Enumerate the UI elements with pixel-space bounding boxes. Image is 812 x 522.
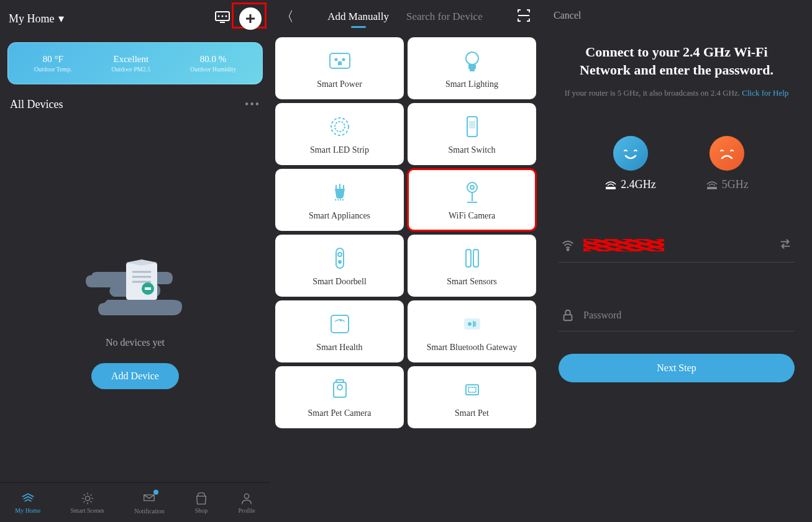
nav-scenes[interactable]: Smart Scenes bbox=[71, 492, 104, 514]
svg-point-52 bbox=[337, 385, 342, 390]
gateway-icon bbox=[458, 310, 486, 338]
device-label: Smart Health bbox=[316, 343, 362, 353]
device-label: Smart Lighting bbox=[445, 79, 498, 89]
device-smart-led-strip[interactable]: Smart LED Strip bbox=[275, 103, 404, 165]
wifi-help-link[interactable]: Click for Help bbox=[742, 88, 788, 97]
nav-notification[interactable]: Notification bbox=[134, 491, 164, 515]
add-button[interactable] bbox=[239, 7, 262, 30]
device-smart-power[interactable]: Smart Power bbox=[275, 37, 404, 99]
ssid-value-redacted[interactable] bbox=[583, 238, 770, 253]
wifi-subtitle-text: If your router is 5 GHz, it also broadca… bbox=[565, 88, 742, 97]
add-device-header: 〈 Add Manually Search for Device bbox=[270, 0, 541, 34]
svg-point-31 bbox=[335, 122, 345, 132]
device-wifi-camera[interactable]: WiFi Camera bbox=[408, 169, 536, 231]
nav-home-label: My Home bbox=[15, 507, 40, 514]
cast-icon[interactable] bbox=[214, 11, 230, 26]
nav-scenes-label: Smart Scenes bbox=[71, 507, 104, 514]
home-screen: My Home ▾ 80 °F Outdoor Temp. Excellent … bbox=[0, 0, 270, 522]
humidity-value: 80.0 % bbox=[190, 54, 236, 65]
nav-shop[interactable]: Shop bbox=[194, 492, 208, 514]
notification-badge-icon bbox=[142, 491, 156, 506]
svg-point-30 bbox=[331, 118, 349, 135]
home-header: My Home ▾ bbox=[0, 0, 270, 37]
device-smart-pet[interactable]: Smart Pet bbox=[408, 366, 536, 428]
svg-point-25 bbox=[335, 59, 337, 61]
ssid-input-row bbox=[559, 228, 795, 263]
device-label: Smart Power bbox=[317, 79, 362, 89]
device-smart-lighting[interactable]: Smart Lighting bbox=[408, 37, 536, 99]
empty-text: No devices yet bbox=[106, 337, 165, 348]
humidity-label: Outdoor Humidity bbox=[190, 66, 236, 73]
camera-icon bbox=[458, 179, 486, 206]
svg-rect-57 bbox=[707, 187, 717, 189]
switch-icon bbox=[458, 113, 486, 140]
home-selector[interactable]: My Home ▾ bbox=[9, 12, 64, 25]
lock-icon bbox=[561, 308, 575, 322]
empty-state: No devices yet Add Device bbox=[0, 244, 270, 389]
password-input[interactable] bbox=[583, 310, 792, 321]
device-smart-switch[interactable]: Smart Switch bbox=[408, 103, 536, 165]
svg-line-21 bbox=[90, 494, 91, 495]
chevron-down-icon: ▾ bbox=[58, 12, 64, 25]
password-input-row bbox=[559, 300, 795, 331]
device-smart-bluetooth-gateway[interactable]: Smart Bluetooth Gateway bbox=[408, 300, 536, 362]
weather-temp: 80 °F Outdoor Temp. bbox=[34, 54, 72, 73]
temp-value: 80 °F bbox=[34, 54, 72, 65]
next-step-button[interactable]: Next Step bbox=[559, 354, 795, 382]
more-icon[interactable]: ••• bbox=[245, 98, 260, 111]
freq-5ghz[interactable]: 5GHz bbox=[706, 136, 749, 191]
freq-24ghz[interactable]: 2.4GHz bbox=[604, 136, 656, 191]
swap-network-icon[interactable] bbox=[778, 237, 792, 253]
svg-rect-29 bbox=[470, 68, 474, 71]
freq-24-label: 2.4GHz bbox=[604, 178, 656, 191]
nav-profile[interactable]: Profile bbox=[239, 492, 255, 514]
scan-icon[interactable] bbox=[516, 8, 531, 25]
empty-illustration-icon bbox=[80, 244, 191, 325]
home-label: My Home bbox=[9, 12, 55, 25]
svg-point-26 bbox=[342, 59, 344, 61]
device-smart-sensors[interactable]: Smart Sensors bbox=[408, 235, 536, 297]
svg-rect-49 bbox=[465, 319, 480, 329]
device-smart-pet-camera[interactable]: Smart Pet Camera bbox=[275, 366, 404, 428]
add-device-button[interactable]: Add Device bbox=[91, 363, 179, 389]
wifi-header: Cancel bbox=[541, 0, 812, 31]
frequency-selector: 2.4GHz 5GHz bbox=[559, 136, 795, 191]
nav-notification-label: Notification bbox=[134, 508, 164, 515]
device-smart-appliances[interactable]: Smart Appliances bbox=[275, 169, 404, 231]
svg-rect-1 bbox=[220, 22, 225, 23]
wifi-icon bbox=[561, 238, 575, 252]
svg-line-20 bbox=[83, 501, 84, 502]
nav-shop-label: Shop bbox=[195, 507, 208, 514]
sad-face-icon bbox=[709, 136, 744, 171]
device-label: Smart Bluetooth Gateway bbox=[427, 343, 517, 353]
add-device-tabs: Add Manually Search for Device bbox=[327, 11, 482, 23]
svg-point-44 bbox=[339, 261, 341, 263]
svg-rect-47 bbox=[331, 315, 349, 333]
svg-point-39 bbox=[470, 186, 474, 189]
svg-point-13 bbox=[85, 496, 89, 500]
doorbell-icon bbox=[326, 245, 354, 272]
device-smart-health[interactable]: Smart Health bbox=[275, 300, 404, 362]
weather-card[interactable]: 80 °F Outdoor Temp. Excellent Outdoor PM… bbox=[7, 42, 263, 84]
add-device-screen: 〈 Add Manually Search for Device Smart P… bbox=[270, 0, 541, 522]
device-label: Smart Sensors bbox=[447, 277, 497, 287]
led-strip-icon bbox=[326, 113, 354, 140]
back-icon[interactable]: 〈 bbox=[280, 7, 294, 26]
svg-point-2 bbox=[218, 16, 220, 17]
quality-value: Excellent bbox=[111, 54, 150, 65]
svg-rect-12 bbox=[145, 287, 151, 290]
svg-rect-55 bbox=[468, 387, 476, 392]
tab-search-device[interactable]: Search for Device bbox=[406, 11, 483, 23]
device-label: Smart LED Strip bbox=[310, 145, 369, 155]
nav-profile-label: Profile bbox=[239, 507, 255, 514]
device-type-grid: Smart Power Smart Lighting Smart LED Str… bbox=[270, 34, 541, 432]
weather-quality: Excellent Outdoor PM2.5 bbox=[111, 54, 150, 73]
svg-rect-27 bbox=[339, 62, 341, 65]
nav-home[interactable]: My Home bbox=[15, 492, 40, 514]
device-smart-doorbell[interactable]: Smart Doorbell bbox=[275, 235, 404, 297]
svg-rect-33 bbox=[470, 122, 475, 128]
cancel-button[interactable]: Cancel bbox=[554, 10, 581, 20]
svg-rect-45 bbox=[466, 250, 471, 267]
device-label: Smart Appliances bbox=[309, 211, 370, 221]
tab-add-manually[interactable]: Add Manually bbox=[327, 11, 389, 23]
